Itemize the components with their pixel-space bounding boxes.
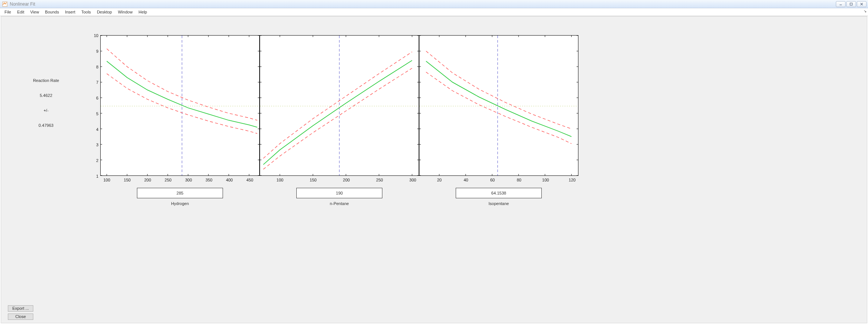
predictor-value-isopentane[interactable]: 64.1538 [456, 188, 542, 198]
x-tick-label: 450 [247, 175, 253, 182]
menubar: File Edit View Bounds Insert Tools Deskt… [0, 8, 868, 16]
menu-desktop[interactable]: Desktop [94, 9, 115, 15]
close-button[interactable]: Close [8, 314, 33, 320]
x-tick-label: 350 [205, 175, 212, 182]
window-title: Nonlinear Fit [10, 1, 35, 7]
slice-plot-npentane[interactable]: 100150200250300 [260, 35, 419, 176]
menu-bounds[interactable]: Bounds [42, 9, 62, 15]
menu-view[interactable]: View [27, 9, 42, 15]
predictor-label-isopentane: Isopentane [419, 201, 578, 206]
y-tick-label: 4 [96, 127, 101, 132]
menu-window[interactable]: Window [115, 9, 135, 15]
response-info: Reaction Rate 5.4622 +/- 0.47963 [20, 78, 72, 138]
x-tick-label: 200 [343, 175, 350, 182]
response-value: 5.4622 [20, 93, 72, 98]
predictor-value-hydrogen[interactable]: 285 [137, 188, 223, 198]
y-tick-label: 8 [96, 65, 101, 69]
predictor-controls: 285 Hydrogen 190 n-Pentane 64.1538 Isope… [100, 185, 578, 206]
y-tick-label: 1 [96, 174, 101, 178]
y-tick-label: 3 [96, 143, 101, 147]
minimize-button[interactable] [836, 1, 846, 7]
y-tick-label: 6 [96, 96, 101, 100]
x-tick-label: 250 [165, 175, 171, 182]
x-tick-label: 120 [569, 175, 575, 182]
figure-area: Reaction Rate 5.4622 +/- 0.47963 Export … [1, 16, 867, 323]
menu-edit[interactable]: Edit [14, 9, 27, 15]
x-tick-label: 100 [542, 175, 549, 182]
predictor-label-hydrogen: Hydrogen [100, 201, 260, 206]
response-label: Reaction Rate [20, 78, 72, 83]
x-tick-label: 100 [103, 175, 110, 182]
x-tick-label: 100 [276, 175, 283, 182]
close-window-button[interactable] [857, 1, 867, 7]
confidence-half-width: 0.47963 [20, 123, 72, 128]
menu-file[interactable]: File [1, 9, 14, 15]
y-tick-label: 10 [94, 33, 101, 38]
x-tick-label: 200 [144, 175, 151, 182]
menu-insert[interactable]: Insert [62, 9, 79, 15]
x-tick-label: 150 [310, 175, 317, 182]
y-tick-label: 9 [96, 49, 101, 54]
slice-plot-isopentane[interactable]: 20406080100120 [419, 35, 578, 176]
predictor-label-npentane: n-Pentane [260, 201, 419, 206]
x-tick-label: 150 [124, 175, 131, 182]
svg-rect-2 [850, 3, 852, 5]
titlebar: Nonlinear Fit [0, 0, 868, 8]
export-button[interactable]: Export ... [8, 305, 33, 312]
x-tick-label: 300 [185, 175, 192, 182]
toolbar-overflow-icon[interactable]: ↘ [864, 9, 867, 13]
predictor-value-npentane[interactable]: 190 [296, 188, 382, 198]
x-tick-label: 300 [409, 175, 416, 182]
x-tick-label: 80 [517, 175, 521, 182]
plot-row: 12345678910100150200250300350400450 1001… [100, 35, 578, 192]
y-tick-label: 7 [96, 80, 101, 85]
y-tick-label: 5 [96, 111, 101, 116]
menu-help[interactable]: Help [135, 9, 150, 15]
plus-minus-label: +/- [20, 108, 72, 113]
x-tick-label: 60 [490, 175, 495, 182]
x-tick-label: 250 [376, 175, 383, 182]
y-tick-label: 2 [96, 158, 101, 163]
x-tick-label: 400 [226, 175, 233, 182]
menu-tools[interactable]: Tools [78, 9, 94, 15]
x-tick-label: 20 [437, 175, 441, 182]
maximize-button[interactable] [846, 1, 856, 7]
x-tick-label: 40 [464, 175, 468, 182]
slice-plot-hydrogen[interactable]: 12345678910100150200250300350400450 [100, 35, 260, 176]
window-controls [836, 1, 867, 7]
app-icon [2, 1, 7, 7]
